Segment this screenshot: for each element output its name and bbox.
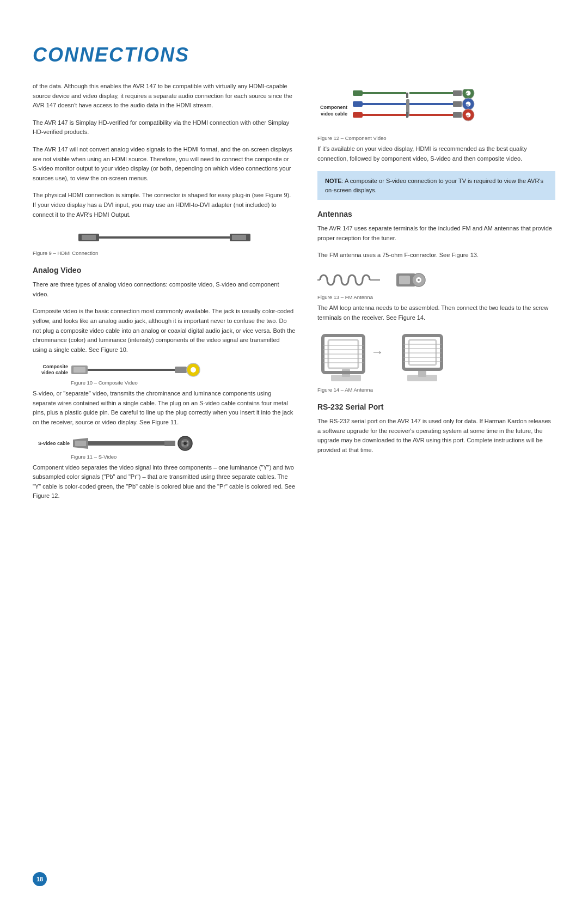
- figure-14-area: → Figure 14 – AM Anten: [317, 330, 555, 393]
- rs232-heading: RS-232 Serial Port: [317, 403, 555, 411]
- svg-rect-32: [406, 112, 408, 118]
- svg-rect-29: [363, 114, 406, 116]
- svg-rect-8: [175, 367, 187, 373]
- svg-point-19: [183, 442, 187, 445]
- figure-10-area: Compositevideo cable Figure 10 – Composi…: [33, 362, 296, 386]
- component-label: Componentvideo cable: [317, 105, 347, 117]
- am-antenna-svg: →: [317, 330, 388, 385]
- right-column: Componentvideo cable: [317, 82, 555, 509]
- svg-text:Pb: Pb: [465, 103, 469, 107]
- fig10-caption: Figure 10 – Composite Video: [71, 380, 296, 386]
- fig9-caption: Figure 9 – HDMI Connection: [33, 250, 296, 256]
- figure-12-area: Componentvideo cable: [317, 89, 555, 141]
- svg-rect-24: [353, 90, 363, 96]
- svg-rect-28: [353, 112, 363, 118]
- composite-text: Composite video is the basic connection …: [33, 307, 296, 355]
- svg-point-23: [187, 444, 188, 445]
- note-box: NOTE: A composite or S-video connection …: [317, 171, 555, 200]
- antennas-heading: Antennas: [317, 210, 555, 218]
- svg-rect-12: [75, 441, 86, 446]
- fig11-caption: Figure 11 – S-Video: [71, 454, 296, 460]
- svg-rect-16: [164, 441, 175, 446]
- fig12-caption: Figure 12 – Component Video: [317, 135, 555, 141]
- figure-13-area: Figure 13 – FM Antenna: [317, 268, 555, 300]
- page: CONNECTIONS of the data. Although this e…: [0, 0, 588, 908]
- svg-point-21: [187, 441, 188, 442]
- page-title: CONNECTIONS: [33, 44, 555, 66]
- note-text: : A composite or S-video connection to y…: [325, 178, 543, 193]
- svg-rect-6: [74, 367, 85, 373]
- antennas-text: The AVR 147 uses separate terminals for …: [317, 224, 555, 243]
- figure-9-area: Figure 9 – HDMI Connection: [33, 227, 296, 256]
- svg-rect-2: [99, 236, 230, 239]
- hdmi-cable-svg: [77, 227, 252, 248]
- svg-rect-7: [88, 369, 175, 371]
- svideo-label: S-video cable: [38, 441, 70, 446]
- svg-point-20: [182, 441, 183, 442]
- svg-rect-27: [363, 103, 406, 105]
- analog-video-heading: Analog Video: [33, 266, 296, 275]
- component-available-text: If it's available on your video display,…: [317, 144, 555, 163]
- svg-rect-26: [353, 101, 363, 107]
- composite-cable-svg: [71, 362, 213, 377]
- page-number: 18: [33, 872, 47, 886]
- svg-text:→: →: [371, 344, 384, 359]
- svg-rect-68: [409, 340, 436, 365]
- svg-rect-36: [453, 90, 462, 96]
- svg-point-10: [191, 367, 196, 373]
- fm-antenna-diagram: [317, 268, 555, 292]
- svg-point-54: [418, 279, 420, 281]
- component-text: Component video separates the video sign…: [33, 463, 296, 501]
- analog-video-text: There are three types of analog video co…: [33, 280, 296, 299]
- svg-rect-34: [409, 103, 453, 105]
- fm-fconnector-svg: [394, 268, 426, 292]
- fm-antenna-coil-svg: [317, 268, 383, 292]
- component-cable-svg: Y Pb Pr: [353, 89, 511, 133]
- svg-rect-1: [82, 235, 96, 240]
- intro-text: of the data. Although this enables the A…: [33, 82, 296, 111]
- am-antenna-assembled-svg: [399, 330, 448, 385]
- svg-rect-13: [88, 441, 164, 446]
- svg-text:Pr: Pr: [465, 114, 469, 118]
- left-column: of the data. Although this enables the A…: [33, 82, 296, 509]
- figure-11-area: S-video cable: [33, 435, 296, 460]
- composite-label: Compositevideo cable: [38, 364, 68, 376]
- fm-text: The FM antenna uses a 75-ohm F-connector…: [317, 251, 555, 260]
- composite-cable-diagram: Compositevideo cable: [38, 362, 296, 377]
- svg-rect-35: [409, 114, 453, 116]
- svg-rect-31: [406, 93, 408, 98]
- fig13-caption: Figure 13 – FM Antenna: [317, 294, 555, 300]
- svg-rect-25: [363, 92, 406, 94]
- svideo-text: S-video, or "separate" video, transmits …: [33, 389, 296, 427]
- note-label: NOTE: [325, 178, 342, 184]
- am-text: The AM loop antenna needs to be assemble…: [317, 303, 555, 322]
- svg-rect-33: [409, 92, 453, 94]
- svideo-cable-svg: [73, 435, 204, 452]
- two-column-layout: of the data. Although this enables the A…: [33, 82, 555, 509]
- svg-rect-4: [232, 235, 246, 240]
- svideo-cable-diagram: S-video cable: [38, 435, 296, 452]
- svg-point-22: [182, 444, 183, 445]
- fig14-caption: Figure 14 – AM Antenna: [317, 387, 555, 393]
- rs232-text: The RS-232 serial port on the AVR 147 is…: [317, 417, 555, 455]
- svg-rect-51: [399, 276, 410, 284]
- svg-rect-44: [453, 112, 462, 118]
- component-cable-diagram: Componentvideo cable: [317, 89, 555, 133]
- am-antenna-diagram: →: [317, 330, 555, 385]
- svg-rect-40: [453, 101, 462, 107]
- hdmi-connector-text: The physical HDMI connection is simple. …: [33, 191, 296, 220]
- svg-text:Y: Y: [465, 92, 468, 96]
- analog-convert-text: The AVR 147 will not convert analog vide…: [33, 145, 296, 183]
- simplay-text: The AVR 147 is Simplay HD-verified for c…: [33, 118, 296, 137]
